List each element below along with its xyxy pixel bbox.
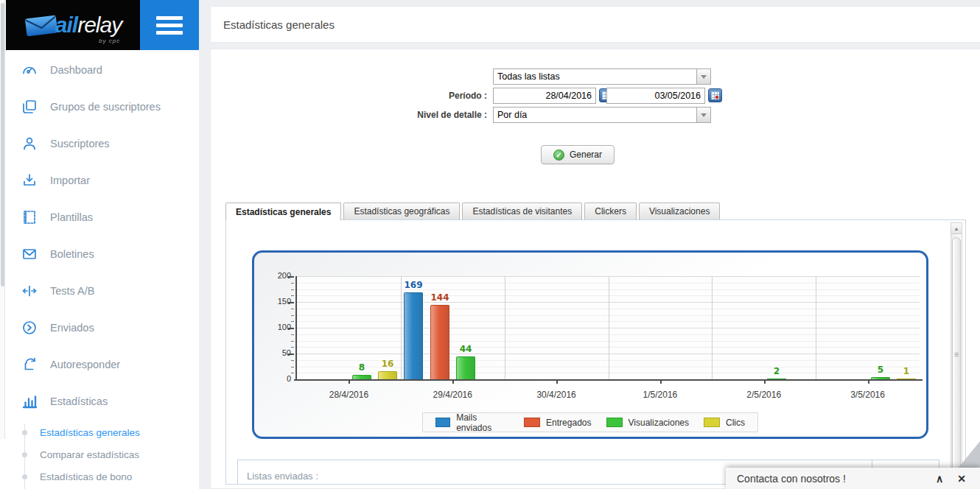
sidebar-item-estadisticas[interactable]: Estadísticas [0,383,199,420]
sidebar-subitem-estadisticas-generales[interactable]: Estadísticas generales [0,421,199,443]
sidebar-item-suscriptores[interactable]: Suscriptores [0,125,199,162]
sidebar-item-tests-ab[interactable]: Tests A/B [0,272,199,309]
y-axis-tick [291,309,294,309]
tab-visualizaciones[interactable]: Visualizaciones [639,203,721,219]
chevron-down-icon [701,75,707,79]
dropdown-button[interactable] [696,108,710,122]
sidebar-subitem-label: Estadísticas de bono [40,471,132,482]
legend-label: Clics [726,418,745,428]
y-axis-label: 0 [267,374,291,383]
detail-level-value: Por día [494,110,696,120]
x-axis-label: 1/5/2016 [608,390,712,400]
sidebar-item-grupos[interactable]: Grupos de suscriptores [0,88,199,125]
bullet-icon [22,452,27,457]
sidebar-item-boletines[interactable]: Boletines [0,236,199,272]
date-to-input[interactable] [606,88,705,104]
page-header: Estadísticas generales [210,6,980,43]
stats-tabs: Estadísticas generales Estadísticas geog… [225,203,720,219]
generate-button-label: Generar [570,149,602,160]
logo-text-blue: ail [55,14,77,36]
hamburger-menu-button[interactable] [140,0,199,50]
sidebar-item-label: Importar [50,175,90,186]
sidebar-subitem-estadisticas-de-bono[interactable]: Estadísticas de bono [0,465,199,488]
legend-swatch-visualizaciones [606,418,623,427]
panel-scrollbar-thumb[interactable]: ≡ [952,237,961,471]
dashboard-gauge-icon [21,61,38,79]
sidebar-item-dashboard[interactable]: Dashboard [0,52,199,88]
logo[interactable]: ailrelay by cpc [6,0,140,50]
logo-byline: by cpc [99,38,120,44]
dropdown-button[interactable] [696,69,710,84]
import-download-icon [21,172,38,189]
sidebar-item-label: Estadísticas [50,395,108,407]
tab-estadisticas-de-visitantes[interactable]: Estadísticas de visitantes [462,203,582,219]
legend-label: Entregados [546,418,591,428]
sidebar-item-label: Suscriptores [50,138,110,149]
calendar-icon[interactable] [708,88,722,102]
chat-close-icon[interactable]: ✕ [957,474,966,484]
legend-item: Mails enviados [435,412,509,433]
sidebar-subitem-comparar-estadisticas[interactable]: Comparar estadísticas [0,443,199,465]
check-circle-icon: ✓ [553,149,564,161]
list-select[interactable]: Todas las listas [493,68,711,85]
group-separator-line [505,276,505,379]
legend-item: Entregados [524,418,591,428]
bar-chart-icon [21,393,38,410]
date-from-input[interactable] [493,88,596,104]
y-axis-tick [291,347,294,348]
bar-visualizaciones [456,356,475,379]
generate-button[interactable]: ✓ Generar [541,145,615,164]
logo-text-white: relay [77,14,122,36]
sidebar-item-importar[interactable]: Importar [0,162,199,199]
tab-estadisticas-geograficas[interactable]: Estadísticas geográficas [343,203,460,219]
template-icon [21,208,38,226]
envelope-icon [21,245,38,263]
y-axis-label: 200 [267,271,291,280]
bullet-icon [22,430,27,435]
chart-plot: 16914484425161 [297,276,920,379]
bar-value-label: 2 [762,366,791,376]
sidebar-item-label: Plantillas [50,211,93,223]
legend-item: Visualizaciones [606,418,690,428]
sidebar-item-enviados[interactable]: Enviados [0,309,199,346]
autoresponder-redo-icon [21,356,38,373]
bar-mails-enviados [404,292,423,379]
scrollbar-grip-icon: ≡ [954,351,959,359]
y-axis-tick [288,353,294,355]
y-axis-tick [288,302,294,303]
sidebar-scrollbar-thumb[interactable] [1,3,4,286]
chat-collapse-icon[interactable]: ∧ [936,474,943,484]
triangle-up-icon: ▲ [954,226,959,231]
bar-entregados [430,305,449,379]
tab-estadisticas-generales[interactable]: Estadísticas generales [225,203,341,220]
bar-value-label: 1 [892,366,921,376]
sidebar-item-label: Tests A/B [50,285,94,297]
y-axis-label: 100 [267,323,291,331]
legend-label: Mails enviados [456,412,509,433]
ab-test-arrows-icon [21,282,38,300]
bullet-icon [22,474,27,479]
sidebar-item-label: Grupos de suscriptores [50,101,161,113]
legend-swatch-entregados [524,418,540,427]
chevron-down-icon [701,113,707,117]
sidebar-item-plantillas[interactable]: Plantillas [0,199,199,236]
listas-enviadas-label: Listas enviadas : [247,471,318,482]
sidebar-item-autoresponder[interactable]: Autoresponder [0,346,199,383]
sidebar-item-label: Dashboard [50,64,102,76]
chart-legend: Mails enviados Entregados Visualizacione… [422,412,758,432]
x-axis-label: 3/5/2016 [816,390,920,400]
groups-layers-icon [21,98,38,116]
y-axis-tick [291,334,294,335]
detail-level-select[interactable]: Por día [493,107,711,123]
y-axis-tick [291,315,294,316]
group-separator-line [609,276,609,379]
y-axis-tick [291,341,294,342]
bar-value-label: 169 [399,280,428,290]
tab-clickers[interactable]: Clickers [584,203,637,219]
scroll-up-button[interactable]: ▲ [951,223,962,234]
y-axis-tick [291,360,294,361]
chat-widget-bar[interactable]: Contacta con nosotros ! ∧ ✕ [726,468,980,489]
sidebar-item-label: Autoresponder [50,359,120,370]
y-axis-tick [288,328,294,329]
sidebar-scrollbar[interactable] [0,0,5,439]
